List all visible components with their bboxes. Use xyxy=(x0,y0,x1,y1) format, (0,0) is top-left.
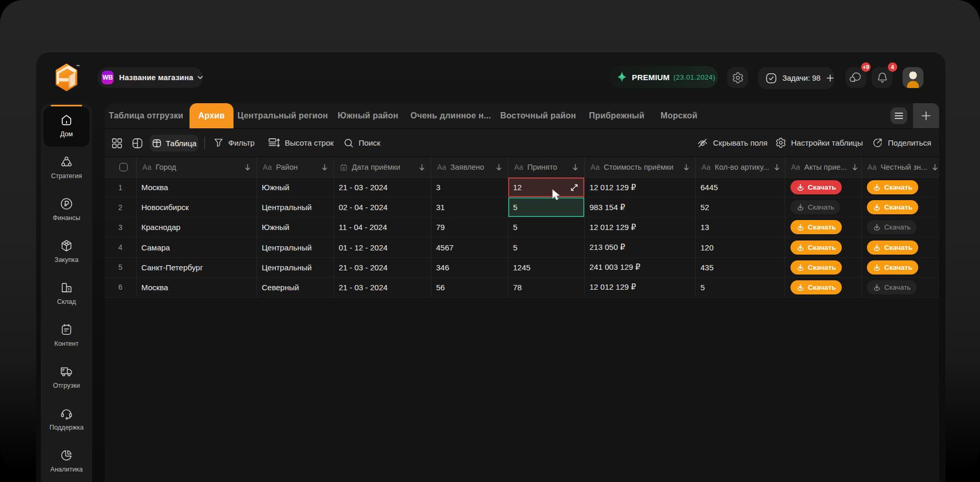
svg-text:™: ™ xyxy=(76,64,80,68)
